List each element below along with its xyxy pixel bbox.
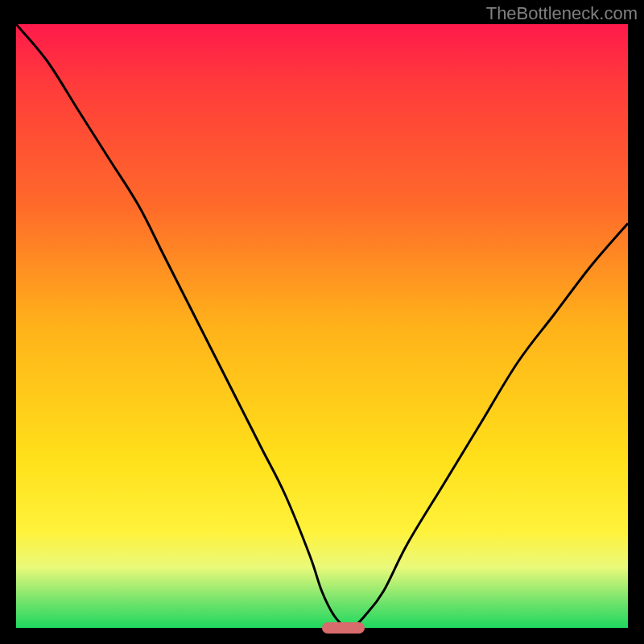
chart-curve-svg: [16, 24, 628, 628]
watermark-text: TheBottleneck.com: [486, 3, 638, 24]
chart-min-marker: [322, 622, 365, 634]
chart-plot-area: [16, 24, 628, 628]
chart-container: TheBottleneck.com: [0, 0, 644, 644]
chart-curve: [16, 24, 628, 628]
